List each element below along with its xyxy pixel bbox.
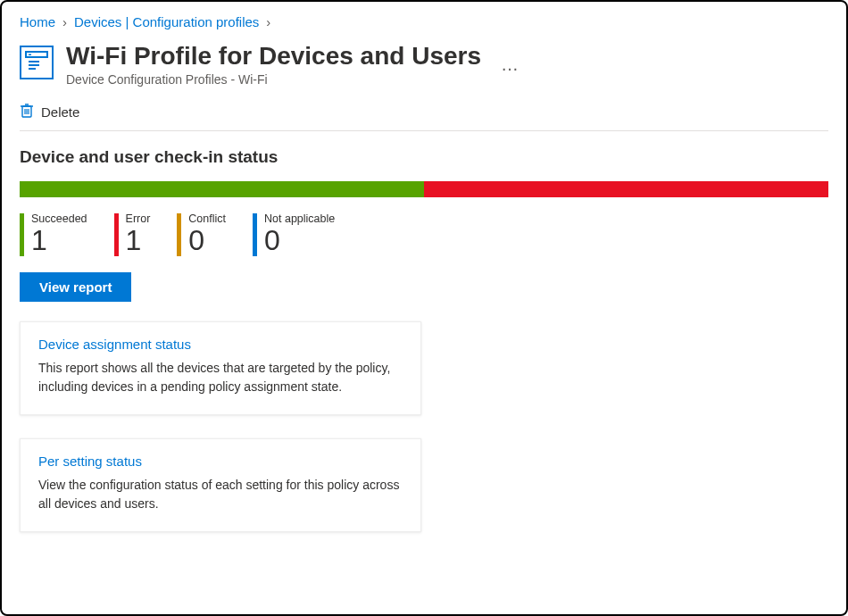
stat-error[interactable]: Error 1: [114, 213, 151, 256]
more-actions-button[interactable]: …: [501, 54, 520, 75]
page-title: Wi-Fi Profile for Devices and Users: [66, 42, 481, 71]
stat-color-bar: [177, 213, 181, 256]
status-segment-error: [424, 181, 828, 197]
page-subtitle: Device Configuration Profiles - Wi-Fi: [66, 72, 481, 87]
card-title[interactable]: Device assignment status: [38, 337, 403, 352]
card-per-setting-status[interactable]: Per setting status View the configuratio…: [20, 438, 421, 532]
stat-not-applicable[interactable]: Not applicable 0: [253, 213, 335, 256]
chevron-right-icon: ›: [62, 14, 67, 29]
report-cards: Device assignment status This report sho…: [20, 321, 828, 532]
chevron-right-icon: ›: [266, 14, 270, 29]
breadcrumb-devices-config-profiles[interactable]: Devices | Configuration profiles: [74, 14, 259, 29]
profile-icon: [20, 46, 54, 79]
delete-button[interactable]: Delete: [20, 103, 79, 121]
status-heading: Device and user check-in status: [20, 147, 828, 167]
stat-color-bar: [253, 213, 257, 256]
stat-label: Succeeded: [31, 213, 87, 225]
view-report-button[interactable]: View report: [20, 272, 131, 302]
breadcrumb-home[interactable]: Home: [20, 14, 55, 29]
stat-value: 1: [31, 225, 87, 256]
stat-value: 1: [126, 225, 151, 256]
trash-icon: [20, 103, 34, 121]
stat-value: 0: [264, 225, 335, 256]
stat-color-bar: [20, 213, 24, 256]
page-header: Wi-Fi Profile for Devices and Users Devi…: [20, 42, 828, 87]
stat-value: 0: [188, 225, 226, 256]
breadcrumb: Home › Devices | Configuration profiles …: [20, 14, 828, 29]
svg-rect-1: [29, 54, 31, 56]
stat-label: Error: [126, 213, 151, 225]
card-title[interactable]: Per setting status: [38, 454, 403, 469]
status-stats: Succeeded 1 Error 1 Conflict 0 Not appli…: [20, 213, 828, 256]
stat-conflict[interactable]: Conflict 0: [177, 213, 226, 256]
delete-label: Delete: [41, 104, 79, 120]
stat-label: Not applicable: [264, 213, 335, 225]
status-segment-succeeded: [20, 181, 424, 197]
toolbar: Delete: [20, 103, 828, 131]
status-progress-bar: [20, 181, 828, 197]
card-device-assignment-status[interactable]: Device assignment status This report sho…: [20, 321, 421, 415]
stat-succeeded[interactable]: Succeeded 1: [20, 213, 87, 256]
card-body: View the configuration status of each se…: [38, 476, 403, 513]
stat-color-bar: [114, 213, 119, 256]
card-body: This report shows all the devices that a…: [38, 359, 403, 396]
stat-label: Conflict: [188, 213, 226, 225]
